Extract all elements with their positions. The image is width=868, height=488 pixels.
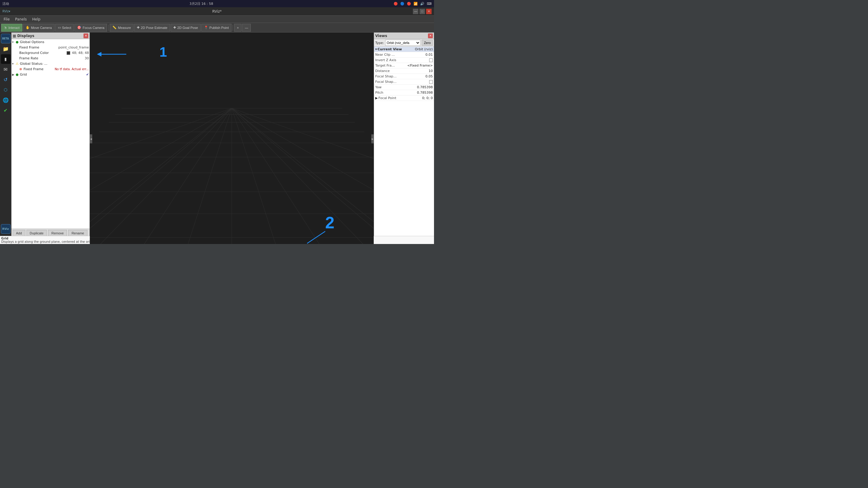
bg-color-row[interactable]: Background Color 48; 48; 48 xyxy=(11,50,90,56)
menubar: File Panels Help xyxy=(0,16,434,23)
focal-point-row: ▶ Focal Point 0; 0; 0 xyxy=(374,96,434,101)
add-toolbar-button[interactable]: + xyxy=(234,24,241,32)
distance-value[interactable]: 10 xyxy=(429,69,433,73)
focal-shape1-label: Focal Shap… xyxy=(375,74,426,78)
titlebar-controls[interactable]: — □ ✕ xyxy=(413,9,432,14)
app-icon-terminal[interactable]: ▮ xyxy=(1,54,10,64)
goal-pose-button[interactable]: ✚ 2D Goal Pose xyxy=(170,24,200,32)
displays-label: Displays xyxy=(17,34,34,38)
grid-check-mark: ✔ xyxy=(86,73,89,76)
app-icon-vscode[interactable]: ⬡ xyxy=(1,85,10,95)
displays-panel-header: ▦ Displays ✕ xyxy=(11,33,90,39)
current-view-type: Orbit (rviz) xyxy=(415,47,433,51)
minimize-button[interactable]: — xyxy=(413,9,418,14)
global-status-fixed-frame-row[interactable]: ⊗ Fixed Frame No tf data. Actual err... xyxy=(11,66,90,72)
measure-button[interactable]: 📏 Measure xyxy=(110,24,133,32)
duplicate-button[interactable]: Duplicate xyxy=(27,230,47,236)
app-icon-sync[interactable]: ↺ xyxy=(1,75,10,84)
menu-file[interactable]: File xyxy=(1,17,12,22)
titlebar-left: RViz▾ xyxy=(2,10,10,13)
select-button[interactable]: ▭ Select xyxy=(55,24,74,32)
sys-icon-4: 📶 xyxy=(413,2,418,6)
measure-label: Measure xyxy=(118,26,131,30)
near-clip-value[interactable]: 0.01 xyxy=(426,53,433,57)
app-icon-folder[interactable]: 📁 xyxy=(1,44,10,54)
focal-point-value[interactable]: 0; 0; 0 xyxy=(422,96,433,100)
grid-toggle[interactable]: ▶ xyxy=(12,73,16,76)
app-icon-mail[interactable]: ✉ xyxy=(1,64,10,74)
current-view-toggle[interactable]: ▾ xyxy=(375,47,377,51)
focus-camera-button[interactable]: 🎯 Focus Camera xyxy=(74,24,107,32)
displays-panel: ▦ Displays ✕ ▾ ● Global Options Fixed Fr… xyxy=(11,33,90,244)
viewport-collapse-handle-left[interactable]: ◀ xyxy=(90,134,92,143)
tree-content[interactable]: ▾ ● Global Options Fixed Frame point_clo… xyxy=(11,39,90,229)
remove-button[interactable]: Remove xyxy=(48,230,67,236)
bg-color-value[interactable]: 48; 48; 48 xyxy=(65,51,89,55)
target-frame-row: Target Fra… <Fixed Frame> xyxy=(374,63,434,68)
toolbar-sep-1 xyxy=(108,25,108,31)
focal-shape1-value[interactable]: 0.05 xyxy=(426,74,433,78)
interact-button[interactable]: 🖱 Interact xyxy=(1,24,22,32)
app-icon-tasks[interactable]: ✔ xyxy=(1,105,10,115)
displays-close-button[interactable]: ✕ xyxy=(84,33,88,38)
move-camera-icon: ✋ xyxy=(26,26,30,30)
fixed-frame-value[interactable]: point_cloud_frame xyxy=(57,45,89,50)
window-title: RViz* xyxy=(212,9,221,13)
viewport[interactable]: 1 2 ◀ ▶ xyxy=(90,33,374,244)
move-camera-button[interactable]: ✋ Move Camera xyxy=(23,24,55,32)
views-zero-button[interactable]: Zero xyxy=(422,40,433,46)
yaw-label: Yaw xyxy=(375,85,417,89)
grid-checkbox[interactable]: ✔ xyxy=(85,73,89,76)
rename-button[interactable]: Rename xyxy=(68,230,87,236)
add-button[interactable]: Add xyxy=(13,230,25,236)
focal-point-toggle[interactable]: ▶ xyxy=(375,96,378,100)
global-options-toggle[interactable]: ▾ xyxy=(12,40,16,44)
focus-camera-icon: 🎯 xyxy=(77,26,82,30)
global-status-toggle[interactable]: ▾ xyxy=(12,62,16,65)
titlebar: RViz▾ RViz* — □ ✕ xyxy=(0,7,434,16)
displays-icon: ▦ xyxy=(13,34,16,38)
fixed-frame-row[interactable]: Fixed Frame point_cloud_frame xyxy=(11,44,90,50)
viewport-collapse-handle-right[interactable]: ▶ xyxy=(371,134,374,143)
app-icon-globe[interactable]: 🌐 xyxy=(1,95,10,105)
app-icon-beta[interactable]: BETA xyxy=(1,34,10,43)
grid-row[interactable]: ▶ ● Grid ✔ xyxy=(11,72,90,77)
publish-point-button[interactable]: 📍 Publish Point xyxy=(201,24,231,32)
global-options-row[interactable]: ▾ ● Global Options xyxy=(11,39,90,44)
invert-z-label: Invert Z Axis xyxy=(375,58,429,62)
bg-color-swatch xyxy=(67,51,70,55)
views-close-button[interactable]: ✕ xyxy=(428,33,433,38)
frame-rate-row[interactable]: Frame Rate 30 xyxy=(11,56,90,61)
near-clip-row: Near Clip … 0.01 xyxy=(374,52,434,58)
yaw-value[interactable]: 0.785398 xyxy=(417,85,433,89)
pose-estimate-button[interactable]: ✚ 2D Pose Estimate xyxy=(134,24,170,32)
systembar-activity: 活动 xyxy=(2,1,9,6)
pitch-value[interactable]: 0.785398 xyxy=(417,91,433,95)
minus-toolbar-button[interactable]: — xyxy=(242,24,251,32)
gsff-value: No tf data. Actual err... xyxy=(53,67,89,71)
close-button[interactable]: ✕ xyxy=(426,9,432,14)
distance-label: Distance xyxy=(375,69,429,73)
global-options-label: Global Options xyxy=(20,40,89,44)
focal-shape2-checkbox[interactable] xyxy=(429,80,433,84)
sys-icon-5: 🔊 xyxy=(420,2,424,6)
app-icon-rviz[interactable]: RViz xyxy=(1,224,10,234)
fixed-frame-label: Fixed Frame xyxy=(19,45,57,50)
invert-z-checkbox[interactable] xyxy=(429,59,433,62)
maximize-button[interactable]: □ xyxy=(420,9,425,14)
target-frame-value[interactable]: <Fixed Frame> xyxy=(407,64,433,67)
menu-panels[interactable]: Panels xyxy=(13,17,29,22)
displays-title: ▦ Displays xyxy=(13,34,34,38)
publish-point-label: Publish Point xyxy=(210,26,229,30)
yaw-row: Yaw 0.785398 xyxy=(374,85,434,90)
global-status-row[interactable]: ▾ ⚠ Global Status: ... xyxy=(11,61,90,66)
views-type-select[interactable]: Orbit (rviz_defa xyxy=(385,40,421,46)
global-options-icon: ● xyxy=(16,40,20,44)
menu-help[interactable]: Help xyxy=(30,17,43,22)
toolbar: 🖱 Interact ✋ Move Camera ▭ Select 🎯 Focu… xyxy=(0,23,434,33)
bg-color-text: 48; 48; 48 xyxy=(72,51,89,55)
grid-visualization xyxy=(90,33,374,244)
pitch-label: Pitch xyxy=(375,91,417,95)
interact-icon: 🖱 xyxy=(4,26,7,30)
frame-rate-value[interactable]: 30 xyxy=(84,56,89,60)
